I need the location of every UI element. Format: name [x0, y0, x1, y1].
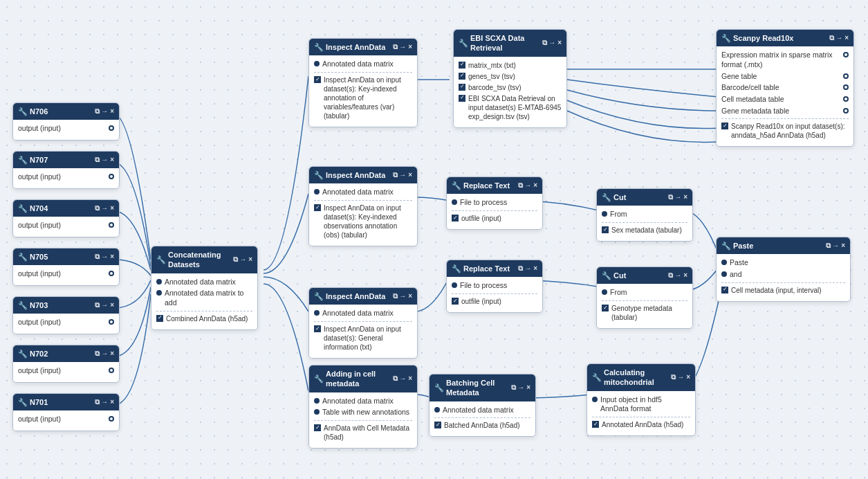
node-n707-header: 🔧 N707 ⧉ → × [13, 152, 119, 168]
node-adding-title: Adding in cell metadata [326, 369, 391, 389]
node-inspect3-icons[interactable]: ⧉ → × [393, 292, 412, 300]
node-replace1-body: File to process ✓ outfile (input) [447, 194, 542, 229]
inspect2-output: ✓ Inspect AnnData on input dataset(s): K… [314, 204, 412, 240]
output-port[interactable] [843, 96, 849, 102]
ebi-out3: ✓ barcode_tsv (tsv) [459, 83, 562, 92]
input-port[interactable] [602, 289, 607, 295]
wrench-icon: 🔧 [18, 253, 28, 262]
node-replace2-title: Replace Text [463, 264, 516, 273]
output-label: AnnData with Cell Metadata (h5ad) [324, 424, 412, 442]
batching-output: ✓ Batched AnnData (h5ad) [434, 421, 530, 430]
output-port[interactable] [109, 368, 114, 373]
output-port[interactable] [109, 416, 114, 422]
node-replace2-icons[interactable]: ⧉ → × [518, 264, 537, 273]
input-port[interactable] [156, 290, 162, 296]
node-ebi-header: 🔧 EBI SCXA Data Retrieval ⧉ → × [454, 30, 566, 57]
input-port[interactable] [314, 61, 320, 66]
node-replace1-icons[interactable]: ⧉ → × [518, 181, 537, 190]
node-n704-icons[interactable]: ⧉ → × [95, 204, 114, 213]
node-inspect3-header: 🔧 Inspect AnnData ⧉ → × [309, 288, 417, 305]
node-ebi-body: ✓ matrix_mtx (txt) ✓ genes_tsv (tsv) ✓ b… [454, 57, 566, 127]
node-replace2-header: 🔧 Replace Text ⧉ → × [447, 260, 542, 277]
checkbox: ✓ [721, 123, 728, 129]
input-port[interactable] [452, 199, 457, 205]
node-n703-title: N703 [30, 300, 93, 310]
input-port[interactable] [592, 397, 598, 402]
wrench-icon: 🔧 [18, 204, 28, 213]
node-n707-icons[interactable]: ⧉ → × [95, 156, 114, 164]
node-adding-icons[interactable]: ⧉ → × [393, 374, 412, 383]
node-calc-icons[interactable]: ⧉ → × [671, 373, 690, 381]
node-ebi-icons[interactable]: ⧉ → × [542, 39, 562, 47]
replace1-input: File to process [452, 198, 537, 208]
cut1-input: From [602, 210, 687, 219]
input-port[interactable] [452, 282, 457, 288]
inspect2-input: Annotated data matrix [314, 188, 412, 197]
node-n701-output: output (input) [18, 415, 114, 424]
node-concat-header: 🔧 Concatenating Datasets ⧉ → × [151, 246, 257, 273]
node-inspect2: 🔧 Inspect AnnData ⧉ → × Annotated data m… [308, 166, 418, 246]
checkbox: ✓ [156, 315, 163, 322]
input-port[interactable] [314, 398, 320, 404]
node-concat-body: Annotated data matrix Annotated data mat… [151, 273, 257, 329]
output-port[interactable] [109, 125, 114, 131]
node-inspect1-title: Inspect AnnData [326, 42, 391, 52]
node-paste-title: Paste [733, 241, 824, 251]
concat-input1: Annotated data matrix [156, 278, 252, 287]
checkbox: ✓ [721, 287, 728, 293]
node-paste: 🔧 Paste ⧉ → × Paste and ✓ Cell metadata … [716, 237, 851, 302]
node-scanpy-title: Scanpy Read10x [733, 33, 827, 43]
node-inspect1-header: 🔧 Inspect AnnData ⧉ → × [309, 39, 417, 55]
node-inspect1-icons[interactable]: ⧉ → × [393, 43, 412, 51]
input-port[interactable] [721, 260, 727, 265]
node-n703-icons[interactable]: ⧉ → × [95, 301, 114, 309]
node-n705: 🔧 N705 ⧉ → × output (input) [12, 248, 120, 286]
node-cut2-title: Cut [613, 271, 666, 280]
input-port[interactable] [156, 279, 162, 284]
node-scanpy-icons[interactable]: ⧉ → × [829, 34, 849, 42]
wrench-icon: 🔧 [18, 398, 28, 407]
node-n702-title: N702 [30, 349, 93, 359]
output-port[interactable] [843, 52, 849, 57]
node-replace2: 🔧 Replace Text ⧉ → × File to process ✓ o… [446, 260, 543, 313]
wrench-icon: 🔧 [452, 264, 461, 273]
node-inspect2-icons[interactable]: ⧉ → × [393, 171, 412, 179]
output-port[interactable] [843, 84, 849, 90]
node-calc-header: 🔧 Calculating mitochondrial ⧉ → × [587, 364, 695, 391]
input-label: Annotated data matrix [322, 397, 394, 406]
node-n701-icons[interactable]: ⧉ → × [95, 398, 114, 406]
input-label: Paste [730, 258, 748, 268]
node-n706-title: N706 [30, 107, 93, 116]
output-port[interactable] [109, 271, 114, 276]
input-label: Annotated data matrix [322, 309, 394, 318]
node-adding: 🔧 Adding in cell metadata ⧉ → × Annotate… [308, 365, 418, 449]
input-port[interactable] [314, 189, 320, 195]
output-label: output (input) [18, 318, 61, 327]
node-cut1-icons[interactable]: ⧉ → × [668, 193, 687, 201]
node-n702-icons[interactable]: ⧉ → × [95, 350, 114, 358]
node-n706-icons[interactable]: ⧉ → × [95, 107, 114, 116]
node-n705-title: N705 [30, 252, 93, 262]
output-label: outfile (input) [461, 214, 501, 223]
node-cut2-icons[interactable]: ⧉ → × [668, 271, 687, 280]
output-port[interactable] [109, 222, 114, 228]
node-n705-icons[interactable]: ⧉ → × [95, 253, 114, 261]
input-port[interactable] [721, 271, 727, 277]
output-port[interactable] [109, 319, 114, 325]
node-adding-body: Annotated data matrix Table with new ann… [309, 392, 417, 448]
input-port[interactable] [602, 211, 607, 217]
checkbox: ✓ [459, 73, 465, 80]
output-label: genes_tsv (tsv) [468, 72, 515, 81]
input-port[interactable] [314, 409, 320, 415]
node-inspect3-body: Annotated data matrix ✓ Inspect AnnData … [309, 305, 417, 358]
input-port[interactable] [314, 310, 320, 316]
input-port[interactable] [434, 407, 440, 413]
wrench-icon: 🔧 [314, 292, 324, 301]
node-paste-icons[interactable]: ⧉ → × [826, 242, 845, 250]
output-port[interactable] [109, 174, 114, 179]
node-batching-icons[interactable]: ⧉ → × [511, 383, 530, 392]
node-cut1-body: From ✓ Sex metadata (tabular) [597, 206, 692, 241]
output-port[interactable] [843, 73, 849, 79]
output-port[interactable] [843, 108, 849, 114]
node-concat-icons[interactable]: ⧉ → × [233, 255, 252, 264]
